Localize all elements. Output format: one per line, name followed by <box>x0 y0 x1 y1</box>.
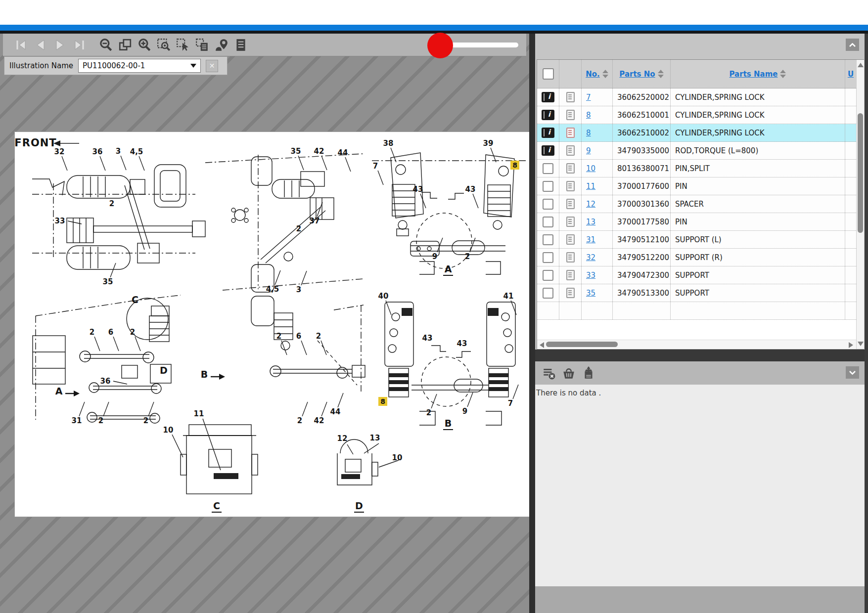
collapse-parts-panel-button[interactable] <box>846 39 859 51</box>
illustration-name-select[interactable]: PU1100062-00-1 <box>78 59 201 73</box>
scroll-down-icon[interactable] <box>858 342 864 346</box>
note-icon[interactable] <box>566 199 575 209</box>
zoom-slider-knob[interactable] <box>427 33 453 58</box>
table-row[interactable]: 836062510002CYLINDER,SPRING LOCK <box>537 124 856 142</box>
table-row[interactable]: 1237000301360SPACER <box>537 195 856 213</box>
row-checkbox[interactable] <box>543 199 553 210</box>
note-icon[interactable] <box>566 163 575 174</box>
scroll-right-icon[interactable] <box>849 342 853 348</box>
zoom-area-icon[interactable] <box>156 38 171 52</box>
fit-window-icon[interactable] <box>118 38 133 52</box>
parts-no-cell: 80136380071 <box>613 160 671 177</box>
note-icon[interactable] <box>566 234 575 245</box>
table-row[interactable]: 3334790472300SUPPORT <box>537 266 856 284</box>
part-callout: 12 <box>337 434 348 443</box>
previous-page-icon[interactable] <box>33 38 48 52</box>
copy-list-icon[interactable] <box>195 38 210 52</box>
part-no-link[interactable]: 7 <box>586 93 591 102</box>
horizontal-scrollbar[interactable] <box>537 340 856 349</box>
notes-icon[interactable] <box>233 38 248 52</box>
note-icon[interactable] <box>566 217 575 227</box>
info-icon[interactable] <box>542 128 554 138</box>
row-checkbox[interactable] <box>543 234 553 245</box>
select-parts-icon[interactable] <box>176 38 190 52</box>
part-callout: 33 <box>55 217 65 225</box>
row-checkbox[interactable] <box>543 163 553 174</box>
part-no-link[interactable]: 8 <box>586 111 591 120</box>
table-row[interactable]: 736062520002CYLINDER,SPRING LOCK <box>537 88 856 106</box>
vertical-scrollbar[interactable] <box>856 60 864 349</box>
clear-list-icon[interactable] <box>542 366 556 380</box>
part-no-link[interactable]: 35 <box>586 289 595 298</box>
info-icon[interactable] <box>542 145 554 156</box>
header-parts-name[interactable]: Parts Name <box>730 70 778 79</box>
sort-icon[interactable] <box>658 70 664 78</box>
table-row[interactable]: 3234790512200SUPPORT (R) <box>537 249 856 266</box>
table-row[interactable]: 3134790512100SUPPORT (L) <box>537 231 856 249</box>
illustration-sheet[interactable]: FRONT323634,5233353542443724,53383974343… <box>15 132 529 517</box>
table-row[interactable]: 836062510001CYLINDER,SPRING LOCK <box>537 106 856 124</box>
row-checkbox[interactable] <box>543 181 553 192</box>
note-icon[interactable] <box>566 110 575 120</box>
part-no-link[interactable]: 10 <box>586 164 595 173</box>
note-icon[interactable] <box>566 288 575 298</box>
part-no-link[interactable]: 11 <box>586 182 595 191</box>
chevron-down-icon <box>190 64 196 68</box>
part-no-link[interactable]: 12 <box>586 200 595 209</box>
part-no-link[interactable]: 13 <box>586 218 595 226</box>
row-checkbox[interactable] <box>543 288 553 299</box>
row-checkbox[interactable] <box>543 252 553 263</box>
header-parts-no[interactable]: Parts No <box>619 70 655 79</box>
part-no-link[interactable]: 9 <box>586 146 591 155</box>
table-row[interactable]: 1337000177580PIN <box>537 213 856 231</box>
sort-icon[interactable] <box>780 70 786 78</box>
table-row[interactable]: 1080136380071PIN,SPLIT <box>537 160 856 177</box>
zoom-out-icon[interactable] <box>98 38 113 52</box>
export-bag-icon[interactable] <box>582 366 595 380</box>
panel-divider[interactable] <box>529 34 535 613</box>
table-row[interactable]: 1137000177600PIN <box>537 177 856 195</box>
scroll-up-icon[interactable] <box>858 63 864 67</box>
note-icon[interactable] <box>566 270 575 280</box>
next-page-icon[interactable] <box>52 38 67 52</box>
header-u[interactable]: U <box>848 70 854 79</box>
header-no[interactable]: No. <box>586 70 600 79</box>
note-icon[interactable] <box>566 252 575 263</box>
horizontal-scrollbar-thumb[interactable] <box>546 342 618 347</box>
parts-no-cell: 34790512200 <box>613 249 671 266</box>
part-no-link[interactable]: 32 <box>586 253 595 262</box>
horizontal-panel-divider[interactable] <box>535 350 865 361</box>
part-no-link[interactable]: 8 <box>586 129 591 137</box>
part-callout: 6 <box>296 332 301 341</box>
note-icon[interactable] <box>566 92 575 102</box>
row-checkbox[interactable] <box>543 270 553 281</box>
parts-name-cell: SPACER <box>671 195 845 213</box>
table-row[interactable]: 3534790513300SUPPORT <box>537 284 856 302</box>
note-icon[interactable] <box>566 128 575 138</box>
zoom-in-icon[interactable] <box>137 38 152 52</box>
illustration-name-bar: Illustration Name PU1100062-00-1 <box>4 56 228 75</box>
close-illustration-button[interactable] <box>206 60 218 72</box>
view-label: B <box>201 369 208 380</box>
last-page-icon[interactable] <box>72 38 87 52</box>
basket-icon[interactable] <box>562 366 576 380</box>
note-icon[interactable] <box>566 181 575 191</box>
collapse-detail-panel-button[interactable] <box>846 366 859 379</box>
row-checkbox[interactable] <box>543 217 553 227</box>
no-data-message: There is no data . <box>536 389 601 397</box>
info-icon[interactable] <box>542 92 554 102</box>
note-icon[interactable] <box>566 145 575 156</box>
part-no-link[interactable]: 31 <box>586 235 595 244</box>
select-all-checkbox[interactable] <box>543 68 554 80</box>
part-callout: 2 <box>465 252 470 261</box>
scroll-left-icon[interactable] <box>540 342 544 348</box>
first-page-icon[interactable] <box>14 38 29 52</box>
view-label: A <box>445 263 452 274</box>
vertical-scrollbar-thumb[interactable] <box>858 113 863 233</box>
part-pin-icon[interactable] <box>214 38 229 52</box>
part-callout: 4,5 <box>266 285 279 294</box>
sort-icon[interactable] <box>602 70 608 78</box>
part-no-link[interactable]: 33 <box>586 271 595 280</box>
info-icon[interactable] <box>542 110 554 120</box>
table-row[interactable]: 934790335000ROD,TORQUE (L=800) <box>537 142 856 160</box>
